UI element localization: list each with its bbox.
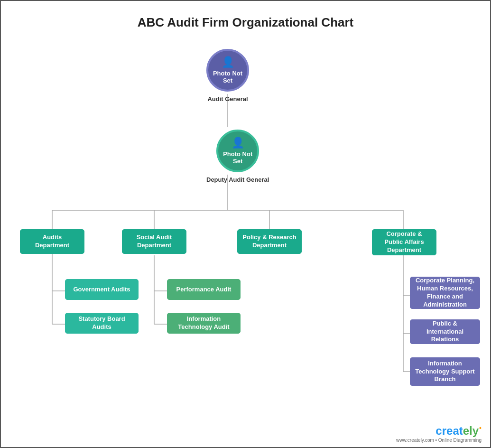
statutory-board-audits-label: Statutory Board Audits (70, 315, 133, 331)
government-audits-label: Government Audits (73, 286, 130, 294)
audit-general-label: Audit General (207, 95, 248, 103)
audits-dept-label: Audits Department (25, 233, 79, 250)
public-international-label: Public & International Relations (415, 320, 475, 344)
statutory-board-audits-box: Statutory Board Audits (65, 313, 139, 334)
performance-audit-box: Performance Audit (167, 279, 241, 300)
creately-logo: creately• (435, 424, 482, 438)
performance-audit-label: Performance Audit (176, 286, 232, 294)
it-support-box: Information Technology Support Branch (410, 357, 480, 386)
audits-dept-node: Audits Department (20, 229, 84, 254)
performance-audit-node: Performance Audit (167, 279, 241, 300)
it-support-label: Information Technology Support Branch (415, 360, 475, 384)
corporate-affairs-dept-box: Corporate & Public Affairs Department (372, 229, 436, 255)
social-audit-dept-box: Social Audit Department (122, 229, 186, 254)
policy-research-dept-node: Policy & Research Department (237, 229, 302, 254)
government-audits-node: Government Audits (65, 279, 139, 300)
it-audit-box: Information Technology Audit (167, 313, 241, 334)
statutory-board-audits-node: Statutory Board Audits (65, 313, 139, 334)
government-audits-box: Government Audits (65, 279, 139, 300)
deputy-audit-general-circle: 👤 Photo Not Set (216, 130, 259, 172)
corporate-affairs-dept-node: Corporate & Public Affairs Department (372, 229, 436, 255)
corporate-planning-node: Corporate Planning, Human Resources, Fin… (410, 277, 480, 309)
page-title: ABC Audit Firm Organizational Chart (1, 1, 490, 39)
public-international-box: Public & International Relations (410, 319, 480, 344)
corporate-planning-box: Corporate Planning, Human Resources, Fin… (410, 277, 480, 309)
org-chart: 👤 Photo Not Set Audit General 👤 Photo No… (1, 39, 490, 448)
deputy-label: Deputy Audit General (206, 176, 269, 183)
person-icon-2: 👤 (232, 137, 244, 149)
policy-research-dept-label: Policy & Research Department (242, 233, 296, 250)
audit-general-circle: 👤 Photo Not Set (206, 49, 249, 92)
audit-general-photo-text: Photo Not Set (208, 70, 247, 84)
deputy-audit-general-node: 👤 Photo Not Set Deputy Audit General (206, 130, 269, 183)
policy-research-dept-box: Policy & Research Department (237, 229, 302, 254)
public-international-node: Public & International Relations (410, 319, 480, 344)
watermark: creately• www.creately.com • Online Diag… (396, 424, 482, 443)
it-audit-node: Information Technology Audit (167, 313, 241, 334)
corporate-affairs-dept-label: Corporate & Public Affairs Department (377, 230, 431, 254)
watermark-sub: www.creately.com • Online Diagramming (396, 438, 482, 443)
person-icon-1: 👤 (222, 56, 234, 68)
it-support-node: Information Technology Support Branch (410, 357, 480, 386)
it-audit-label: Information Technology Audit (172, 315, 235, 331)
audits-dept-box: Audits Department (20, 229, 84, 254)
corporate-planning-label: Corporate Planning, Human Resources, Fin… (415, 277, 475, 309)
deputy-photo-text: Photo Not Set (218, 150, 257, 165)
social-audit-dept-node: Social Audit Department (122, 229, 186, 254)
audit-general-node: 👤 Photo Not Set Audit General (206, 49, 249, 103)
social-audit-dept-label: Social Audit Department (127, 233, 181, 250)
creately-text: creat (435, 424, 463, 438)
